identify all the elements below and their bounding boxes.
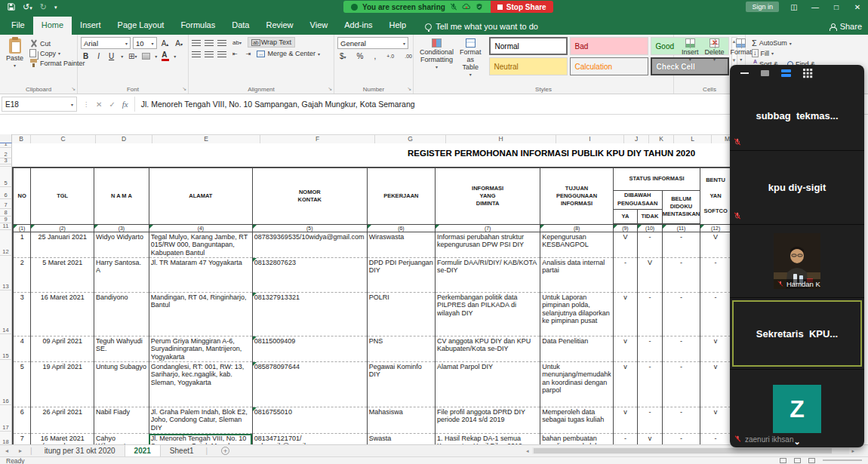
- table-cell[interactable]: -: [700, 434, 731, 445]
- column-header-L[interactable]: L: [674, 134, 712, 143]
- column-number-cell[interactable]: (10): [638, 224, 663, 232]
- zoom-slider[interactable]: [823, 459, 862, 461]
- table-cell[interactable]: -: [662, 362, 700, 407]
- maximize-icon[interactable]: □: [826, 3, 847, 11]
- table-cell[interactable]: 08115009409: [252, 336, 367, 362]
- clipboard-dialog-launcher[interactable]: ↘: [71, 86, 75, 92]
- table-cell[interactable]: DPD PDI Perjuangan DIY: [367, 258, 435, 293]
- table-cell[interactable]: -: [662, 407, 700, 434]
- cut-button[interactable]: Cut: [29, 39, 85, 48]
- table-cell[interactable]: -: [662, 336, 700, 362]
- copy-button[interactable]: Copy▾: [29, 49, 85, 57]
- table-cell[interactable]: bahan pembuatan penulisan makalah: [540, 434, 614, 445]
- menu-tab-help[interactable]: Help: [381, 17, 415, 35]
- table-cell[interactable]: -: [700, 258, 731, 293]
- table-cell[interactable]: Jl. Graha Palem Indah, Blok E2, Joho, Co…: [149, 407, 252, 434]
- column-number-cell[interactable]: (3): [94, 224, 149, 232]
- formula-value[interactable]: Jl. Menoreh Tengah VIII, No. 10 Sampanga…: [135, 100, 415, 109]
- participant-video-tile[interactable]: Hamdan KPU DIY: [730, 225, 864, 298]
- underline-button[interactable]: U: [106, 52, 116, 60]
- table-cell[interactable]: 08132807623: [252, 258, 367, 293]
- participant-tile[interactable]: kpu diy-sigit: [730, 151, 864, 225]
- table-cell[interactable]: 3: [13, 293, 31, 336]
- table-cell[interactable]: Memperoleh data sebagai tugas kuliah: [540, 407, 614, 434]
- ribbon-display-options-icon[interactable]: ◫: [783, 3, 805, 11]
- table-cell[interactable]: Formulir DAA/RI/DIY/ KAB/KOTA se-DIY: [435, 258, 540, 293]
- table-cell[interactable]: -: [613, 434, 637, 445]
- decrease-indent-icon[interactable]: ⇤: [230, 51, 240, 57]
- column-header-H[interactable]: H: [446, 134, 556, 143]
- column-header-G[interactable]: G: [375, 134, 446, 143]
- table-cell[interactable]: Widyo Widyarto: [94, 232, 149, 258]
- increase-decimal-icon[interactable]: +.0: [384, 54, 396, 59]
- table-cell[interactable]: 16 Maret 2021: [31, 293, 94, 336]
- table-cell[interactable]: -: [638, 336, 663, 362]
- accounting-format-icon[interactable]: $▾: [337, 52, 349, 60]
- font-size-select[interactable]: 10▾: [133, 37, 157, 49]
- table-cell[interactable]: v: [613, 407, 637, 434]
- table-cell[interactable]: Data Penelitian: [540, 336, 614, 362]
- row-header-12[interactable]: 12: [0, 230, 12, 256]
- table-cell[interactable]: Mahasiswa: [367, 407, 435, 434]
- header-dibawah[interactable]: DIBAWAH PENGUASAAN: [613, 190, 662, 209]
- scroll-left-icon[interactable]: ◂: [523, 448, 532, 454]
- column-header-C[interactable]: C: [31, 134, 96, 143]
- table-cell[interactable]: 5: [13, 362, 31, 407]
- row-header-14[interactable]: 14: [0, 290, 12, 334]
- column-number-cell[interactable]: (11): [662, 224, 700, 232]
- table-cell[interactable]: 2: [13, 258, 31, 293]
- header-ya[interactable]: YA: [613, 209, 637, 224]
- menu-tab-insert[interactable]: Insert: [72, 17, 109, 35]
- participant-tile[interactable]: subbag tekmas...: [730, 81, 864, 151]
- row-header-13[interactable]: 13: [0, 256, 12, 290]
- row-header-9[interactable]: 9: [0, 217, 12, 223]
- borders-icon[interactable]: ⊞▾: [128, 52, 137, 61]
- table-cell[interactable]: Cahyo Wibawanto: [94, 434, 149, 445]
- delete-cells-button[interactable]: Delete▾: [705, 38, 725, 62]
- header-bentuk[interactable]: BENTU YAN SOFTCO: [700, 167, 731, 224]
- format-as-table-button[interactable]: Format as Table▾: [457, 37, 485, 83]
- undo-icon[interactable]: ↺▾: [23, 3, 32, 11]
- font-family-select[interactable]: Arial▾: [81, 37, 131, 49]
- table-cell[interactable]: 5 Maret 2021: [31, 258, 94, 293]
- autosum-button[interactable]: ΣAutoSum▾: [752, 38, 862, 48]
- column-header-J[interactable]: J: [624, 134, 649, 143]
- horizontal-scrollbar[interactable]: ◂ ▸: [523, 447, 857, 455]
- strip-view-icon[interactable]: [781, 69, 791, 77]
- share-button[interactable]: Share: [830, 22, 862, 31]
- number-dialog-launcher[interactable]: ↘: [407, 86, 411, 92]
- table-cell[interactable]: File profil anggota DPRD DIY periode 201…: [435, 407, 540, 434]
- fill-button[interactable]: ↓Fill▾: [752, 49, 862, 57]
- table-cell[interactable]: v: [638, 434, 663, 445]
- table-cell[interactable]: -: [638, 232, 663, 258]
- header-no[interactable]: NO: [13, 167, 31, 224]
- column-header-E[interactable]: E: [152, 134, 260, 143]
- menu-tab-review[interactable]: Review: [257, 17, 301, 35]
- row-header-17[interactable]: 17: [0, 405, 12, 432]
- normal-view-icon[interactable]: [780, 458, 786, 463]
- column-number-cell[interactable]: (2): [31, 224, 94, 232]
- row-header-15[interactable]: 15: [0, 334, 12, 360]
- menu-tab-view[interactable]: View: [302, 17, 337, 35]
- sheet-nav-right-icon[interactable]: ▸: [14, 447, 27, 454]
- table-cell[interactable]: 1: [13, 232, 31, 258]
- header-alamat[interactable]: ALAMAT: [149, 167, 252, 224]
- table-cell[interactable]: V: [638, 258, 663, 293]
- column-number-cell[interactable]: (9): [613, 224, 637, 232]
- italic-button[interactable]: I: [95, 52, 102, 60]
- header-tgl[interactable]: TGL: [31, 167, 94, 224]
- row-header-6[interactable]: 6: [0, 187, 12, 199]
- table-cell[interactable]: -: [662, 293, 700, 336]
- header-informasi[interactable]: INFORMASI YANG DIMINTA: [435, 167, 540, 224]
- table-cell[interactable]: 081347121701/ cahyowib@gmail.com: [252, 434, 367, 445]
- conditional-formatting-button[interactable]: Conditional Formatting▾: [417, 37, 457, 83]
- font-dialog-launcher[interactable]: ↘: [182, 86, 186, 92]
- table-cell[interactable]: 6: [13, 407, 31, 434]
- bold-button[interactable]: B: [81, 52, 91, 60]
- table-cell[interactable]: V: [613, 232, 637, 258]
- menu-tab-file[interactable]: File: [3, 17, 33, 35]
- table-cell[interactable]: 25 Januari 2021: [31, 232, 94, 258]
- name-box[interactable]: E18▾: [2, 97, 77, 112]
- column-header-B[interactable]: B: [12, 134, 31, 143]
- table-cell[interactable]: V: [700, 232, 731, 258]
